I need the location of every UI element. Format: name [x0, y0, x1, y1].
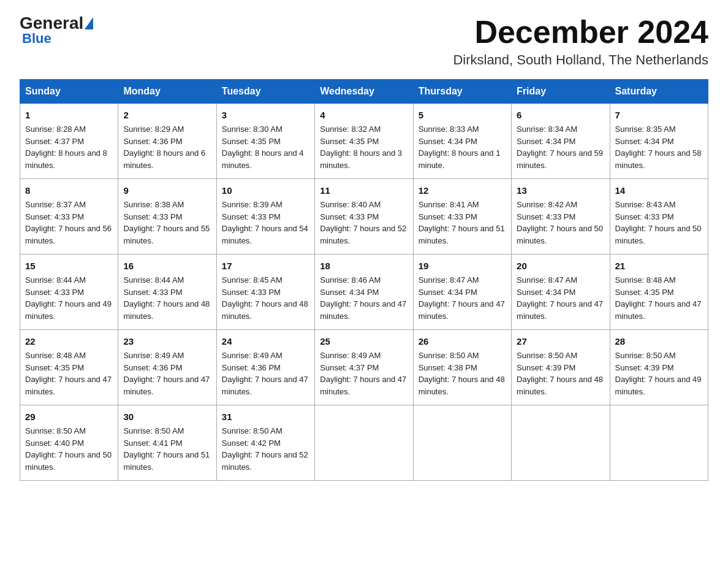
day-number: 14: [615, 184, 703, 197]
table-row: 13 Sunrise: 8:42 AMSunset: 4:33 PMDaylig…: [512, 179, 610, 255]
day-number: 28: [615, 335, 703, 348]
table-row: 29 Sunrise: 8:50 AMSunset: 4:40 PMDaylig…: [20, 405, 118, 481]
table-row: 30 Sunrise: 8:50 AMSunset: 4:41 PMDaylig…: [118, 405, 216, 481]
day-number: 11: [320, 184, 408, 197]
day-number: 12: [419, 184, 506, 197]
calendar-table: Sunday Monday Tuesday Wednesday Thursday…: [20, 79, 708, 481]
table-row: 21 Sunrise: 8:48 AMSunset: 4:35 PMDaylig…: [610, 255, 708, 330]
day-number: 6: [517, 109, 604, 122]
table-row: 17 Sunrise: 8:45 AMSunset: 4:33 PMDaylig…: [216, 255, 314, 330]
logo-blue: Blue: [22, 31, 51, 47]
table-row: 12 Sunrise: 8:41 AMSunset: 4:33 PMDaylig…: [413, 179, 511, 255]
table-row: 23 Sunrise: 8:49 AMSunset: 4:36 PMDaylig…: [118, 330, 216, 405]
page-header: General Blue December 2024 Dirksland, So…: [20, 15, 708, 68]
day-number: 25: [320, 335, 408, 348]
col-header-saturday: Saturday: [610, 80, 708, 104]
table-row: 1 Sunrise: 8:28 AMSunset: 4:37 PMDayligh…: [20, 104, 118, 179]
day-info: Sunrise: 8:44 AMSunset: 4:33 PMDaylight:…: [123, 275, 210, 321]
day-info: Sunrise: 8:50 AMSunset: 4:42 PMDaylight:…: [222, 426, 308, 472]
day-info: Sunrise: 8:39 AMSunset: 4:33 PMDaylight:…: [222, 200, 308, 245]
logo-triangle-icon: [85, 17, 93, 29]
day-number: 18: [320, 259, 408, 273]
calendar-week-1: 1 Sunrise: 8:28 AMSunset: 4:37 PMDayligh…: [20, 104, 708, 179]
table-row: 26 Sunrise: 8:50 AMSunset: 4:38 PMDaylig…: [413, 330, 511, 405]
calendar-week-5: 29 Sunrise: 8:50 AMSunset: 4:40 PMDaylig…: [20, 405, 708, 481]
day-number: 24: [222, 335, 309, 348]
day-number: 13: [517, 184, 604, 197]
table-row: 5 Sunrise: 8:33 AMSunset: 4:34 PMDayligh…: [413, 104, 511, 179]
table-row: 28 Sunrise: 8:50 AMSunset: 4:39 PMDaylig…: [610, 330, 708, 405]
table-row: 9 Sunrise: 8:38 AMSunset: 4:33 PMDayligh…: [118, 179, 216, 255]
day-number: 9: [123, 184, 211, 197]
day-info: Sunrise: 8:50 AMSunset: 4:38 PMDaylight:…: [419, 351, 505, 396]
day-info: Sunrise: 8:45 AMSunset: 4:33 PMDaylight:…: [222, 275, 308, 321]
table-row: 14 Sunrise: 8:43 AMSunset: 4:33 PMDaylig…: [610, 179, 708, 255]
day-info: Sunrise: 8:28 AMSunset: 4:37 PMDaylight:…: [25, 124, 107, 170]
day-number: 8: [25, 184, 113, 197]
col-header-thursday: Thursday: [413, 80, 511, 104]
table-row: 19 Sunrise: 8:47 AMSunset: 4:34 PMDaylig…: [413, 255, 511, 330]
day-info: Sunrise: 8:37 AMSunset: 4:33 PMDaylight:…: [25, 200, 112, 245]
table-row: 25 Sunrise: 8:49 AMSunset: 4:37 PMDaylig…: [315, 330, 413, 405]
table-row: 2 Sunrise: 8:29 AMSunset: 4:36 PMDayligh…: [118, 104, 216, 179]
day-info: Sunrise: 8:29 AMSunset: 4:36 PMDaylight:…: [123, 124, 205, 170]
day-info: Sunrise: 8:47 AMSunset: 4:34 PMDaylight:…: [517, 275, 603, 321]
logo-general: General: [20, 15, 83, 32]
col-header-tuesday: Tuesday: [216, 80, 314, 104]
calendar-week-4: 22 Sunrise: 8:48 AMSunset: 4:35 PMDaylig…: [20, 330, 708, 405]
day-info: Sunrise: 8:32 AMSunset: 4:35 PMDaylight:…: [320, 124, 402, 170]
table-row: [315, 405, 413, 481]
table-row: 15 Sunrise: 8:44 AMSunset: 4:33 PMDaylig…: [20, 255, 118, 330]
day-info: Sunrise: 8:49 AMSunset: 4:36 PMDaylight:…: [123, 351, 210, 396]
day-info: Sunrise: 8:50 AMSunset: 4:39 PMDaylight:…: [615, 351, 702, 396]
day-number: 3: [222, 109, 309, 122]
table-row: 6 Sunrise: 8:34 AMSunset: 4:34 PMDayligh…: [512, 104, 610, 179]
calendar-header-row: Sunday Monday Tuesday Wednesday Thursday…: [20, 80, 708, 104]
day-info: Sunrise: 8:50 AMSunset: 4:41 PMDaylight:…: [123, 426, 210, 472]
day-info: Sunrise: 8:48 AMSunset: 4:35 PMDaylight:…: [615, 275, 702, 321]
day-number: 27: [517, 335, 604, 348]
day-number: 4: [320, 109, 408, 122]
day-info: Sunrise: 8:49 AMSunset: 4:36 PMDaylight:…: [222, 351, 308, 396]
table-row: 27 Sunrise: 8:50 AMSunset: 4:39 PMDaylig…: [512, 330, 610, 405]
calendar-week-2: 8 Sunrise: 8:37 AMSunset: 4:33 PMDayligh…: [20, 179, 708, 255]
table-row: 24 Sunrise: 8:49 AMSunset: 4:36 PMDaylig…: [216, 330, 314, 405]
day-number: 23: [123, 335, 211, 348]
table-row: 31 Sunrise: 8:50 AMSunset: 4:42 PMDaylig…: [216, 405, 314, 481]
table-row: 7 Sunrise: 8:35 AMSunset: 4:34 PMDayligh…: [610, 104, 708, 179]
day-number: 22: [25, 335, 113, 348]
col-header-monday: Monday: [118, 80, 216, 104]
col-header-wednesday: Wednesday: [315, 80, 413, 104]
day-number: 21: [615, 259, 703, 273]
day-number: 19: [419, 259, 506, 273]
day-info: Sunrise: 8:38 AMSunset: 4:33 PMDaylight:…: [123, 200, 210, 245]
day-info: Sunrise: 8:44 AMSunset: 4:33 PMDaylight:…: [25, 275, 112, 321]
day-info: Sunrise: 8:30 AMSunset: 4:35 PMDaylight:…: [222, 124, 304, 170]
day-number: 15: [25, 259, 113, 273]
table-row: 16 Sunrise: 8:44 AMSunset: 4:33 PMDaylig…: [118, 255, 216, 330]
location-subtitle: Dirksland, South Holland, The Netherland…: [453, 52, 708, 68]
day-info: Sunrise: 8:41 AMSunset: 4:33 PMDaylight:…: [419, 200, 505, 245]
table-row: 3 Sunrise: 8:30 AMSunset: 4:35 PMDayligh…: [216, 104, 314, 179]
table-row: 22 Sunrise: 8:48 AMSunset: 4:35 PMDaylig…: [20, 330, 118, 405]
day-info: Sunrise: 8:34 AMSunset: 4:34 PMDaylight:…: [517, 124, 603, 170]
day-number: 31: [222, 410, 309, 424]
day-number: 26: [419, 335, 506, 348]
month-title: December 2024: [453, 15, 708, 50]
day-number: 16: [123, 259, 211, 273]
day-number: 5: [419, 109, 506, 122]
day-number: 7: [615, 109, 703, 122]
table-row: 8 Sunrise: 8:37 AMSunset: 4:33 PMDayligh…: [20, 179, 118, 255]
calendar-week-3: 15 Sunrise: 8:44 AMSunset: 4:33 PMDaylig…: [20, 255, 708, 330]
day-number: 2: [123, 109, 211, 122]
day-info: Sunrise: 8:50 AMSunset: 4:40 PMDaylight:…: [25, 426, 112, 472]
day-number: 29: [25, 410, 113, 424]
day-info: Sunrise: 8:35 AMSunset: 4:34 PMDaylight:…: [615, 124, 702, 170]
day-number: 17: [222, 259, 309, 273]
day-number: 30: [123, 410, 211, 424]
table-row: [610, 405, 708, 481]
table-row: 11 Sunrise: 8:40 AMSunset: 4:33 PMDaylig…: [315, 179, 413, 255]
table-row: [512, 405, 610, 481]
day-info: Sunrise: 8:42 AMSunset: 4:33 PMDaylight:…: [517, 200, 603, 245]
day-info: Sunrise: 8:47 AMSunset: 4:34 PMDaylight:…: [419, 275, 505, 321]
